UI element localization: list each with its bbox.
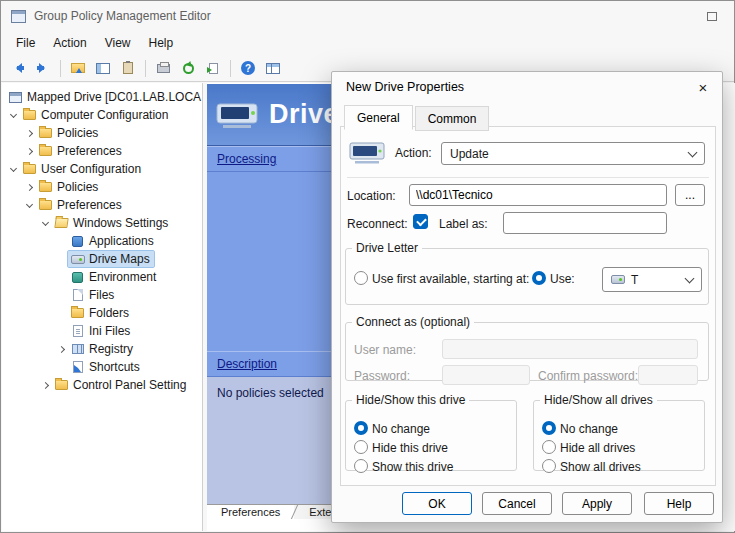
tree-item-folders[interactable]: Folders bbox=[2, 304, 202, 322]
folder-icon bbox=[38, 200, 53, 210]
tab-preferences[interactable]: Preferences bbox=[207, 505, 294, 520]
chevron-collapsed-icon[interactable] bbox=[54, 347, 68, 352]
tree-item-user-configuration[interactable]: User Configuration bbox=[2, 160, 202, 178]
ok-button[interactable]: OK bbox=[402, 492, 472, 515]
app-icon bbox=[11, 10, 26, 23]
browse-button[interactable]: ... bbox=[675, 184, 705, 206]
tree-item-environment[interactable]: Environment bbox=[2, 268, 202, 286]
toolbar-separator bbox=[230, 60, 231, 77]
tree-item-drive-maps[interactable]: Drive Maps bbox=[2, 250, 202, 268]
drive-small-icon bbox=[611, 275, 625, 284]
maximize-button[interactable] bbox=[700, 6, 724, 26]
dialog-title: New Drive Properties bbox=[332, 72, 722, 102]
this-no-change-label: No change bbox=[372, 422, 430, 436]
dialog-close-button[interactable]: × bbox=[690, 76, 716, 98]
folder-icon bbox=[38, 146, 53, 156]
tree-item-registry[interactable]: Registry bbox=[2, 340, 202, 358]
export-list-button[interactable] bbox=[202, 57, 224, 79]
confirm-password-label: Confirm password: bbox=[538, 369, 638, 383]
tree-item-files[interactable]: Files bbox=[2, 286, 202, 304]
properties-button[interactable] bbox=[117, 57, 139, 79]
tree-item-applications[interactable]: Applications bbox=[2, 232, 202, 250]
label-as-label: Label as: bbox=[439, 217, 488, 231]
tree-item-label: Folders bbox=[89, 306, 129, 320]
location-input[interactable] bbox=[409, 184, 667, 206]
tree-item-label: Applications bbox=[89, 234, 154, 248]
list-view-button[interactable] bbox=[262, 57, 284, 79]
tree-item-user-preferences[interactable]: Preferences bbox=[2, 196, 202, 214]
files-icon bbox=[70, 289, 85, 301]
menu-action[interactable]: Action bbox=[44, 33, 95, 53]
tree-item-computer-preferences[interactable]: Preferences bbox=[2, 142, 202, 160]
forward-button[interactable] bbox=[32, 57, 54, 79]
tab-common[interactable]: Common bbox=[415, 106, 490, 131]
up-one-level-button[interactable] bbox=[67, 57, 89, 79]
chevron-collapsed-icon[interactable] bbox=[22, 185, 36, 190]
cancel-button[interactable]: Cancel bbox=[482, 492, 552, 515]
tab-general[interactable]: General bbox=[344, 105, 413, 130]
this-no-change-radio[interactable] bbox=[354, 421, 368, 435]
tree-item-ini-files[interactable]: Ini Files bbox=[2, 322, 202, 340]
apply-button[interactable]: Apply bbox=[562, 492, 632, 515]
all-no-change-label: No change bbox=[560, 422, 618, 436]
processing-link[interactable]: Processing bbox=[217, 152, 276, 166]
divider bbox=[347, 177, 709, 178]
drive-action-icon bbox=[349, 139, 385, 166]
tree-item-shortcuts[interactable]: Shortcuts bbox=[2, 358, 202, 376]
user-name-input bbox=[442, 339, 698, 359]
tree-item-label: Ini Files bbox=[89, 324, 130, 338]
chevron-expanded-icon[interactable] bbox=[6, 114, 20, 117]
menu-help[interactable]: Help bbox=[140, 33, 183, 53]
tree-item-label: Registry bbox=[89, 342, 133, 356]
use-first-available-label: Use first available, starting at: bbox=[372, 272, 529, 286]
gpme-window: Group Policy Management Editor File Acti… bbox=[0, 0, 735, 533]
description-link[interactable]: Description bbox=[217, 357, 277, 371]
show-console-tree-button[interactable] bbox=[92, 57, 114, 79]
label-as-input[interactable] bbox=[503, 212, 667, 234]
folder-icon bbox=[38, 182, 53, 192]
action-dropdown[interactable]: Update bbox=[441, 142, 705, 165]
connect-as-group: Connect as (optional) User name: Passwor… bbox=[345, 315, 709, 381]
help-button[interactable] bbox=[237, 57, 259, 79]
tree-item-windows-settings[interactable]: Windows Settings bbox=[2, 214, 202, 232]
connect-as-group-title: Connect as (optional) bbox=[352, 315, 474, 329]
shortcuts-icon bbox=[70, 361, 85, 373]
use-radio[interactable] bbox=[532, 271, 546, 285]
tree-item-label: Policies bbox=[57, 126, 98, 140]
show-all-drives-radio[interactable] bbox=[542, 459, 556, 473]
tree-item-label: Mapped Drive [DC01.LAB.LOCA bbox=[27, 90, 201, 104]
tree-item-computer-policies[interactable]: Policies bbox=[2, 124, 202, 142]
chevron-collapsed-icon[interactable] bbox=[22, 131, 36, 136]
folder-icon bbox=[70, 308, 85, 318]
print-button[interactable] bbox=[152, 57, 174, 79]
chevron-collapsed-icon[interactable] bbox=[22, 149, 36, 154]
refresh-icon bbox=[183, 63, 194, 74]
back-button[interactable] bbox=[7, 57, 29, 79]
hide-this-drive-radio[interactable] bbox=[354, 440, 368, 454]
folder-icon bbox=[22, 110, 37, 120]
hide-all-drives-radio[interactable] bbox=[542, 440, 556, 454]
help-button-dialog[interactable]: Help bbox=[644, 492, 714, 515]
chevron-collapsed-icon[interactable] bbox=[38, 383, 52, 388]
show-this-drive-radio[interactable] bbox=[354, 459, 368, 473]
chevron-expanded-icon[interactable] bbox=[38, 222, 52, 225]
menu-file[interactable]: File bbox=[7, 33, 44, 53]
tree-item-control-panel-settings[interactable]: Control Panel Setting bbox=[2, 376, 202, 394]
chevron-expanded-icon[interactable] bbox=[22, 204, 36, 207]
tree-item-root[interactable]: Mapped Drive [DC01.LAB.LOCA bbox=[2, 88, 202, 106]
reconnect-checkbox[interactable] bbox=[413, 214, 428, 229]
use-first-available-radio[interactable] bbox=[354, 271, 368, 285]
tree-item-label: User Configuration bbox=[41, 162, 141, 176]
chevron-down-icon bbox=[688, 147, 698, 157]
refresh-button[interactable] bbox=[177, 57, 199, 79]
user-name-label: User name: bbox=[354, 343, 416, 357]
tree-item-user-policies[interactable]: Policies bbox=[2, 178, 202, 196]
drive-letter-dropdown[interactable]: T bbox=[602, 267, 702, 292]
tree-item-computer-configuration[interactable]: Computer Configuration bbox=[2, 106, 202, 124]
drive-letter-value: T bbox=[631, 273, 638, 287]
chevron-expanded-icon[interactable] bbox=[6, 168, 20, 171]
all-no-change-radio[interactable] bbox=[542, 421, 556, 435]
new-drive-properties-dialog: New Drive Properties × General Common Ac… bbox=[331, 71, 723, 523]
drive-letter-group-title: Drive Letter bbox=[352, 241, 422, 255]
menu-view[interactable]: View bbox=[96, 33, 140, 53]
